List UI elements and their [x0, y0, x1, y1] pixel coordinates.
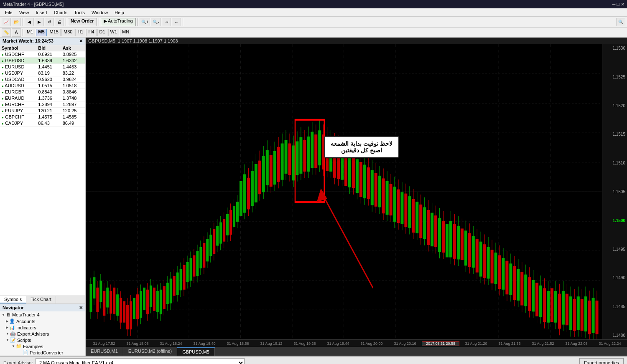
text-button[interactable]: A [12, 28, 21, 37]
nav-item-scripts[interactable]: ▼ 📝 Scripts [0, 337, 85, 343]
new-order-button[interactable]: New Order [68, 18, 97, 26]
market-watch-header: Market Watch: 16:24:53 ✕ [0, 38, 85, 45]
col-ask: Ask [61, 45, 85, 51]
print-button[interactable]: 🖨 [55, 18, 64, 26]
market-watch-row[interactable]: ● EURJPY 120.21 120.25 [0, 108, 85, 114]
chart-main[interactable]: لاحظ توقيت بداية الشمعه اصبح كل دقيقتين … [86, 44, 627, 339]
nav-item-accounts[interactable]: ▶ 👤 Accounts [0, 318, 85, 324]
tf-d1[interactable]: D1 [97, 29, 107, 36]
indicators-icon: 📊 [9, 325, 15, 330]
time-label-4: 31 Aug 18:40 [188, 341, 221, 346]
tf-m5[interactable]: M5 [36, 29, 46, 36]
market-watch-row[interactable]: ● EURGBP 0.8843 0.8846 [0, 89, 85, 95]
expand-icon-indicators: ▶ [6, 326, 8, 329]
menu-window[interactable]: Window [88, 10, 111, 15]
nav-item-indicators[interactable]: ▶ 📊 Indicators [0, 324, 85, 331]
nav-item-periodconverter[interactable]: 📄 PeriodConverter [0, 349, 85, 356]
expand-icon-examples: ▼ [12, 344, 15, 348]
tf-h1[interactable]: H1 [75, 29, 85, 36]
tab-tick-chart[interactable]: Tick Chart [26, 296, 56, 303]
annotation-line1: لاحظ توقيت بداية الشمعه [330, 140, 393, 147]
symbol-cell: ● AUDUSD [0, 83, 36, 89]
time-label-13: 31 Aug 21:36 [493, 341, 526, 346]
chart-tabs: EURUSD,M1 EURUSD,M2 (offline) GBPUSD,M5 [86, 347, 627, 356]
ea-dropdown[interactable]: 2 MA Crosses Mega filter EA V1.ex4 [36, 358, 245, 364]
symbol-cell: ● EURCHF [0, 101, 36, 108]
symbol-cell: ● EURUSD [0, 64, 36, 70]
new-chart-button[interactable]: 📈 [2, 18, 11, 26]
market-watch-row[interactable]: ● EURCHF 1.2894 1.2897 [0, 101, 85, 108]
search-button[interactable]: 🔍 [616, 18, 625, 26]
tf-m30[interactable]: M30 [61, 29, 74, 36]
tf-w1[interactable]: W1 [108, 29, 120, 36]
chart-tab-eurusd-m1[interactable]: EURUSD,M1 [86, 347, 123, 356]
nav-item-root[interactable]: ▼ 🖥 MetaTrader 4 [0, 311, 85, 318]
nav-label-periodconverter: PeriodConverter [30, 350, 63, 355]
col-symbol: Symbol [0, 45, 36, 51]
svg-rect-96 [217, 226, 219, 245]
menu-tools[interactable]: Tools [71, 10, 88, 15]
autotrading-button[interactable]: ▶ AutoTrading [101, 18, 136, 26]
zoom-in-button[interactable]: 🔍+ [140, 18, 150, 26]
nav-item-expert-advisors[interactable]: ▼ 🤖 Expert Advisors [0, 331, 85, 337]
time-label-6: 31 Aug 19:12 [255, 341, 288, 346]
accounts-icon: 👤 [9, 318, 15, 324]
tf-m1[interactable]: M1 [25, 29, 35, 36]
navigator-close[interactable]: ✕ [79, 305, 83, 311]
chart-tab-gbpusd-m5[interactable]: GBPUSD,M5 [177, 347, 215, 356]
menu-help[interactable]: Help [111, 10, 127, 15]
market-watch-row[interactable]: ● USDCAD 0.9620 0.9624 [0, 76, 85, 83]
market-watch-row[interactable]: ● EURAUD 1.3736 1.3748 [0, 95, 85, 101]
time-label-9: 31 Aug 20:00 [355, 341, 388, 346]
folder-icon: 🖥 [6, 312, 11, 318]
symbol-cell: ● GBPUSD [0, 58, 36, 64]
chart-autoscroll-button[interactable]: ↔ [172, 18, 181, 26]
price-level-1: 1.1530 [603, 46, 626, 51]
market-watch-row[interactable]: ● AUDUSD 1.0515 1.0518 [0, 83, 85, 89]
price-level-3: 1.1520 [603, 104, 626, 108]
open-button[interactable]: 📂 [12, 18, 21, 26]
chart-canvas[interactable]: لاحظ توقيت بداية الشمعه اصبح كل دقيقتين [86, 44, 602, 339]
svg-rect-34 [113, 288, 115, 314]
expand-icon-accounts: ▶ [6, 319, 8, 323]
price-level-10: 1.1485 [603, 304, 626, 309]
maximize-button[interactable]: □ [617, 2, 619, 7]
menu-charts[interactable]: Charts [51, 10, 71, 15]
market-watch-row[interactable]: ● CADJPY 86.43 86.49 [0, 120, 85, 126]
nav-label-accounts: Accounts [16, 319, 35, 324]
menu-insert[interactable]: Insert [32, 10, 51, 15]
symbol-cell: ● USDJPY [0, 70, 36, 76]
tf-mn[interactable]: MN [120, 29, 131, 36]
script-icon: 📄 [23, 350, 28, 355]
price-current: 1.1500 [603, 218, 626, 223]
close-button[interactable]: ✕ [621, 2, 624, 7]
tab-symbols[interactable]: Symbols [0, 296, 26, 303]
line-studies-button[interactable]: 📏 [2, 28, 11, 37]
market-watch-row[interactable]: ● EURUSD 1.4451 1.4453 [0, 64, 85, 70]
tf-h4[interactable]: H4 [86, 29, 96, 36]
market-watch-close[interactable]: ✕ [79, 38, 83, 44]
menu-file[interactable]: File [2, 10, 16, 15]
symbol-cell: ● USDCHF [0, 51, 36, 58]
expand-icon-scripts: ▼ [6, 338, 9, 342]
market-watch-row[interactable]: ● USDJPY 83.19 83.22 [0, 70, 85, 76]
minimize-button[interactable]: ─ [612, 2, 615, 7]
refresh-button[interactable]: ↺ [45, 18, 54, 26]
market-watch-row[interactable]: ● GBPCHF 1.4575 1.4585 [0, 114, 85, 120]
market-watch-row[interactable]: ● USDCHF 0.8921 0.8925 [0, 51, 85, 58]
scripts-icon: 📝 [10, 337, 16, 343]
nav-item-examples[interactable]: ▼ 📁 Examples [0, 343, 85, 349]
svg-rect-92 [210, 235, 212, 255]
chart-symbol-label: GBPUSD,M5 [88, 38, 115, 43]
tf-m15[interactable]: M15 [48, 29, 61, 36]
menu-view[interactable]: View [16, 10, 33, 15]
expert-properties-button[interactable]: Expert properties [579, 358, 624, 364]
chart-tab-eurusd-m2[interactable]: EURUSD,M2 (offline) [123, 347, 177, 356]
navigator-title: Navigator [3, 305, 24, 311]
back-button[interactable]: ◀ [25, 18, 34, 26]
forward-button[interactable]: ▶ [35, 18, 44, 26]
market-watch-row[interactable]: ● GBPUSD 1.6339 1.6342 [0, 58, 85, 64]
zoom-out-button[interactable]: 🔍- [151, 18, 161, 26]
chart-shift-button[interactable]: ⇥ [162, 18, 171, 26]
price-scale: 1.1530 1.1525 1.1520 1.1515 1.1510 1.150… [602, 44, 627, 339]
